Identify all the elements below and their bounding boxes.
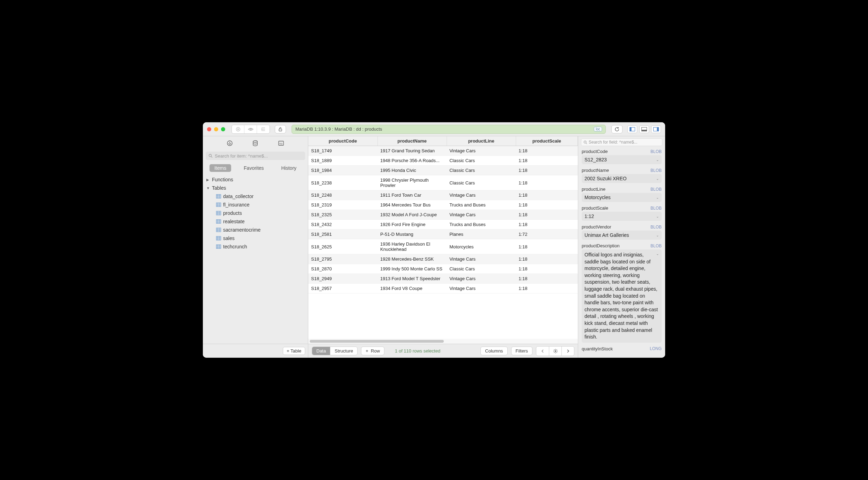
cell-line[interactable]: Vintage Cars — [447, 284, 516, 293]
cell-code[interactable]: S18_1749 — [308, 146, 377, 156]
cell-name[interactable]: 1998 Chrysler Plymouth Prowler — [377, 175, 447, 190]
cell-scale[interactable]: 1:18 — [516, 200, 578, 210]
tree-tables[interactable]: ▼ Tables — [203, 184, 308, 192]
tab-items[interactable]: Items — [209, 164, 231, 172]
cell-name[interactable]: 1999 Indy 500 Monte Carlo SS — [377, 264, 447, 274]
table-row[interactable]: S18_18891948 Porsche 356-A Roads...Class… — [308, 156, 578, 166]
table-scroll-area[interactable]: productCode productName productLine prod… — [308, 136, 578, 339]
power-icon[interactable] — [226, 139, 234, 147]
sidebar-table-item[interactable]: sacramentocrime — [203, 226, 308, 234]
field-value-input[interactable]: Unimax Art Galleries ⌄ — [582, 231, 662, 240]
cell-name[interactable]: 1926 Ford Fire Engine — [377, 220, 447, 230]
cell-scale[interactable]: 1:18 — [516, 146, 578, 156]
cell-scale[interactable]: 1:18 — [516, 239, 578, 254]
tree-functions[interactable]: ▶ Functions — [203, 175, 308, 184]
cell-code[interactable]: S18_2581 — [308, 230, 377, 239]
column-header-productName[interactable]: productName — [377, 136, 447, 146]
cell-code[interactable]: S18_2625 — [308, 239, 377, 254]
database-icon[interactable] — [251, 139, 259, 147]
table-row[interactable]: S18_24321926 Ford Fire EngineTrucks and … — [308, 220, 578, 230]
sidebar-table-item[interactable]: fl_insurance — [203, 201, 308, 209]
sidebar-table-item[interactable]: products — [203, 209, 308, 217]
cell-scale[interactable]: 1:18 — [516, 220, 578, 230]
cell-name[interactable]: 1964 Mercedes Tour Bus — [377, 200, 447, 210]
cell-name[interactable]: 1995 Honda Civic — [377, 166, 447, 175]
table-row[interactable]: S18_27951928 Mercedes-Benz SSKVintage Ca… — [308, 254, 578, 264]
cell-scale[interactable]: 1:18 — [516, 264, 578, 274]
cell-code[interactable]: S18_2432 — [308, 220, 377, 230]
table-row[interactable]: S18_17491917 Grand Touring SedanVintage … — [308, 146, 578, 156]
table-row[interactable]: S18_23251932 Model A Ford J-CoupeVintage… — [308, 210, 578, 220]
sidebar-table-item[interactable]: realestate — [203, 217, 308, 226]
cell-name[interactable]: 1917 Grand Touring Sedan — [377, 146, 447, 156]
cell-code[interactable]: S18_2870 — [308, 264, 377, 274]
field-value-input[interactable]: 2002 Suzuki XREO ⌄ — [582, 174, 662, 183]
cell-line[interactable]: Classic Cars — [447, 166, 516, 175]
prev-page-button[interactable] — [536, 347, 549, 356]
cell-line[interactable]: Vintage Cars — [447, 190, 516, 200]
refresh-button[interactable] — [611, 125, 623, 133]
field-value-textarea[interactable]: Official logos and insignias, saddle bag… — [582, 249, 662, 343]
horizontal-scrollbar[interactable] — [308, 339, 578, 344]
cell-scale[interactable]: 1:18 — [516, 210, 578, 220]
cell-code[interactable]: S18_2957 — [308, 284, 377, 293]
cell-line[interactable]: Vintage Cars — [447, 254, 516, 264]
sidebar-table-item[interactable]: techcrunch — [203, 242, 308, 251]
table-row[interactable]: S18_22481911 Ford Town CarVintage Cars1:… — [308, 190, 578, 200]
tab-favorites[interactable]: Favorites — [239, 164, 269, 172]
cell-scale[interactable]: 1:72 — [516, 230, 578, 239]
table-row[interactable]: S18_22381998 Chrysler Plymouth ProwlerCl… — [308, 175, 578, 190]
cell-line[interactable]: Planes — [447, 230, 516, 239]
cell-code[interactable]: S18_2949 — [308, 274, 377, 284]
table-row[interactable]: S18_28701999 Indy 500 Monte Carlo SSClas… — [308, 264, 578, 274]
column-header-productScale[interactable]: productScale — [516, 136, 578, 146]
cell-name[interactable]: 1948 Porsche 356-A Roads... — [377, 156, 447, 166]
cell-code[interactable]: S18_2325 — [308, 210, 377, 220]
tab-structure[interactable]: Structure — [330, 347, 357, 355]
tab-data[interactable]: Data — [312, 347, 330, 355]
cell-line[interactable]: Motorcycles — [447, 239, 516, 254]
cell-line[interactable]: Vintage Cars — [447, 146, 516, 156]
cell-code[interactable]: S18_1889 — [308, 156, 377, 166]
cell-name[interactable]: 1911 Ford Town Car — [377, 190, 447, 200]
column-header-productLine[interactable]: productLine — [447, 136, 516, 146]
table-row[interactable]: S18_2581P-51-D MustangPlanes1:72 — [308, 230, 578, 239]
cell-name[interactable]: P-51-D Mustang — [377, 230, 447, 239]
sidebar-search-input[interactable] — [215, 153, 302, 159]
cell-code[interactable]: S18_2795 — [308, 254, 377, 264]
cell-scale[interactable]: 1:18 — [516, 190, 578, 200]
cell-line[interactable]: Vintage Cars — [447, 210, 516, 220]
cell-name[interactable]: 1928 Mercedes-Benz SSK — [377, 254, 447, 264]
table-row[interactable]: S18_23191964 Mercedes Tour BusTrucks and… — [308, 200, 578, 210]
next-page-button[interactable] — [561, 347, 574, 356]
cell-scale[interactable]: 1:18 — [516, 156, 578, 166]
cell-line[interactable]: Classic Cars — [447, 156, 516, 166]
table-row[interactable]: S18_29571934 Ford V8 CoupeVintage Cars1:… — [308, 284, 578, 293]
cell-name[interactable]: 1913 Ford Model T Speedster — [377, 274, 447, 284]
field-value-input[interactable]: 1:12 ⌄ — [582, 212, 662, 221]
indent-icon[interactable] — [257, 125, 270, 133]
filters-button[interactable]: Filters — [511, 347, 532, 355]
cell-line[interactable]: Classic Cars — [447, 175, 516, 190]
cell-line[interactable]: Vintage Cars — [447, 274, 516, 284]
cell-scale[interactable]: 1:18 — [516, 175, 578, 190]
connection-path-bar[interactable]: MariaDB 1:10.3.9 : MariaDB : dd : produc… — [292, 125, 606, 134]
toggle-bottom-panel[interactable] — [639, 125, 649, 133]
toggle-left-panel[interactable] — [627, 125, 637, 133]
cancel-icon[interactable] — [232, 125, 244, 133]
add-row-button[interactable]: + Row — [361, 347, 384, 355]
sql-icon[interactable]: SQL — [277, 139, 285, 147]
cell-code[interactable]: S18_2319 — [308, 200, 377, 210]
lock-icon[interactable] — [275, 125, 286, 133]
zoom-window-button[interactable] — [221, 127, 225, 131]
eye-icon[interactable] — [244, 125, 257, 133]
columns-button[interactable]: Columns — [480, 347, 507, 355]
add-table-button[interactable]: + Table — [283, 347, 305, 355]
cell-scale[interactable]: 1:18 — [516, 166, 578, 175]
cell-line[interactable]: Trucks and Buses — [447, 220, 516, 230]
cell-code[interactable]: S18_2248 — [308, 190, 377, 200]
inspector-search-input[interactable] — [589, 140, 660, 145]
sidebar-table-item[interactable]: data_collector — [203, 192, 308, 201]
cell-scale[interactable]: 1:18 — [516, 254, 578, 264]
table-row[interactable]: S18_29491913 Ford Model T SpeedsterVinta… — [308, 274, 578, 284]
